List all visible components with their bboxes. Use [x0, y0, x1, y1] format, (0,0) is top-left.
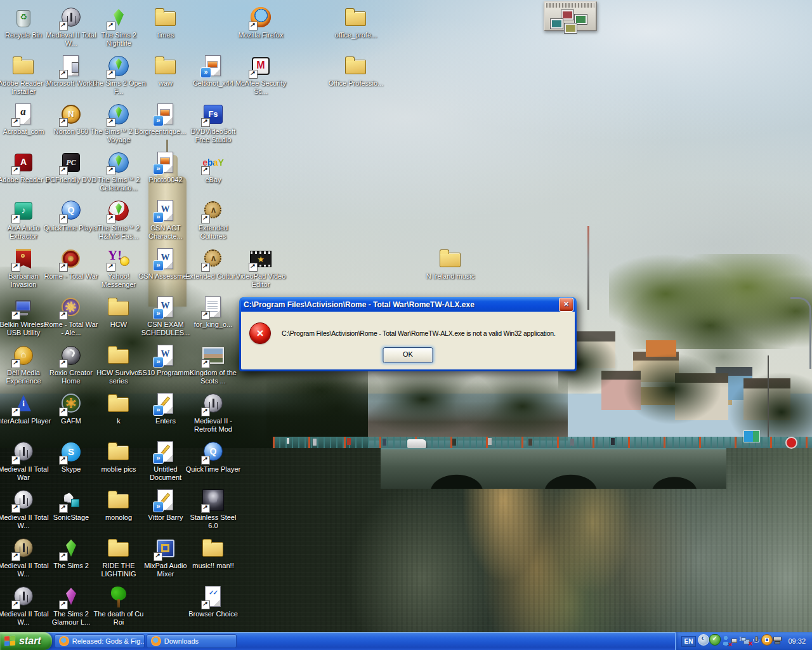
wireless-display-icon[interactable]	[731, 635, 741, 646]
desktop-icon-stainless-steel-6-0[interactable]: Stainless Steel 6.0	[185, 488, 242, 530]
network-disconnected-icon[interactable]	[741, 635, 751, 646]
desktop-icon-mozilla-firefox[interactable]: Mozilla Firefox	[232, 5, 289, 39]
shortcut-arrow-icon	[11, 456, 20, 465]
shortcut-arrow-icon	[59, 118, 68, 127]
shortcut-arrow-icon	[107, 263, 115, 272]
shortcut-arrow-icon	[11, 263, 20, 272]
desktop-icon-quicktime-player[interactable]: QuickTime Player	[185, 439, 242, 474]
taskbar-button-released-gods-fig[interactable]: Released: Gods & Fig...	[55, 634, 145, 648]
sims-green-icon	[58, 536, 84, 561]
clock[interactable]: 09:32	[788, 637, 806, 645]
desktop-icon-extended-cultures[interactable]: Extended Cultures	[185, 198, 242, 241]
taskbar-button-downloads[interactable]: Downloads	[147, 634, 237, 648]
folder-icon	[153, 5, 178, 30]
helmet-icon	[11, 439, 36, 465]
shield-gold-icon	[200, 198, 226, 223]
dialog-title: C:\Program Files\Activision\Rome - Total…	[244, 300, 556, 309]
dialog-titlebar[interactable]: C:\Program Files\Activision\Rome - Total…	[241, 297, 575, 312]
hide-icons-icon[interactable]	[698, 634, 709, 646]
error-icon: ×	[249, 322, 271, 344]
shortcut-arrow-icon	[11, 408, 20, 416]
printer-icon[interactable]	[773, 635, 783, 646]
doc-word-icon: »	[153, 343, 178, 368]
notepad-icon: »	[153, 391, 178, 416]
system-tray: EN 09:32	[675, 632, 812, 650]
doc-text-icon	[200, 295, 226, 320]
desktop-icon-medieval-ii-retrofit-mod[interactable]: Medieval II - Retrofit Mod	[185, 391, 242, 434]
windows-logo-icon	[4, 635, 16, 646]
shortcut-arrow-icon	[11, 166, 20, 175]
sims-green-icon	[106, 5, 131, 30]
folder-icon	[200, 536, 226, 561]
start-button[interactable]: start	[0, 632, 52, 650]
recycle-icon	[11, 5, 36, 30]
shortcut-arrow-icon	[201, 408, 210, 416]
shortcut-arrow-icon	[249, 22, 258, 30]
dialog-body: × C:\Program Files\Activision\Rome - Tot…	[241, 312, 575, 369]
skype-icon	[58, 439, 84, 465]
shortcut-badge-icon: »	[153, 212, 164, 223]
desktop-icon-label: N Ireland music	[422, 272, 479, 281]
dell-icon	[11, 343, 36, 368]
shortcut-arrow-icon	[201, 504, 210, 513]
shortcut-arrow-icon	[59, 600, 68, 609]
folder-icon	[106, 488, 131, 513]
shortcut-arrow-icon	[59, 215, 68, 223]
helmet-icon	[11, 584, 36, 609]
aoa-icon	[11, 198, 36, 223]
shortcut-arrow-icon	[201, 600, 210, 609]
helmet3-icon	[11, 536, 36, 561]
desktop-icon-browser-choice[interactable]: Browser Choice	[185, 584, 242, 618]
folder-icon	[106, 391, 131, 416]
shortcut-badge-icon: »	[153, 453, 164, 464]
desktop-icon-office-profe[interactable]: office_profe...	[327, 5, 384, 39]
doc-image-icon: »	[200, 53, 226, 79]
desktop-icon-dvdvideosoft-free-studio[interactable]: DVDVideoSoft Free Studio	[185, 102, 242, 144]
videopad-icon	[248, 246, 273, 272]
quicktime-icon	[200, 439, 226, 465]
folder-icon	[106, 343, 131, 368]
desktop-icon-label: McAfee Security Sc...	[232, 79, 289, 96]
taskbar-tasks: Released: Gods & Fig...Downloads	[52, 632, 675, 650]
close-icon[interactable]: ×	[559, 298, 573, 312]
shortcut-badge-icon: »	[153, 116, 164, 126]
desktop-icon-label: music!! man!!	[185, 562, 242, 570]
desktop-icon-label: QuickTime Player	[185, 465, 242, 474]
desktop-icon-the-death-of-cu-roi[interactable]: The death of Cu Roi	[90, 584, 147, 627]
desktop-icon-label: times	[137, 31, 194, 39]
shortcut-badge-icon: »	[200, 67, 211, 78]
desktop-icon-n-ireland-music[interactable]: N Ireland music	[422, 246, 479, 281]
sunburst-icon	[58, 295, 84, 320]
doc-image-icon: »	[153, 102, 178, 127]
desktop-icon-ebay[interactable]: eBay	[185, 150, 242, 184]
desktop-icon-label: office_profe...	[327, 31, 384, 39]
shortcut-arrow-icon	[11, 600, 20, 609]
folder-icon	[343, 53, 369, 79]
language-indicator[interactable]: EN	[681, 636, 697, 647]
desktop-icon-label: Extended Cultures	[185, 224, 242, 241]
desktop-icon-mcafee-security-sc[interactable]: McAfee Security Sc...	[232, 53, 289, 96]
doc-word-icon: »	[153, 295, 178, 320]
desktop-icon-times[interactable]: times	[137, 5, 194, 39]
desktop-icon-for-king-o[interactable]: for_king_o...	[185, 295, 242, 329]
desktop-icon-office-professio[interactable]: Office Professio...	[327, 53, 384, 88]
desktop-icon-videopad-video-editor[interactable]: VideoPad Video Editor	[232, 246, 289, 289]
firefox-icon	[151, 636, 161, 646]
folder-icon	[153, 53, 178, 79]
desktop-icon-kingdom-of-the-scots[interactable]: Kingdom of the Scots ...	[185, 343, 242, 385]
folder-icon	[106, 295, 131, 320]
shortcut-arrow-icon	[249, 70, 258, 79]
shortcut-arrow-icon	[249, 263, 258, 272]
desktop-icon-label: VideoPad Video Editor	[232, 272, 289, 289]
sims-blue-icon	[106, 53, 131, 79]
shortcut-arrow-icon	[107, 166, 115, 175]
tray-icons	[698, 634, 783, 648]
messenger-offline-icon[interactable]	[721, 635, 731, 646]
microphone-icon[interactable]	[751, 635, 761, 646]
security-shield-icon[interactable]	[709, 634, 721, 646]
ok-button[interactable]: OK	[383, 347, 433, 363]
update-icon[interactable]	[761, 634, 773, 646]
shortcut-badge-icon: »	[153, 260, 164, 271]
belkin-icon	[11, 295, 36, 320]
desktop-icon-music-man[interactable]: music!! man!!	[185, 536, 242, 570]
